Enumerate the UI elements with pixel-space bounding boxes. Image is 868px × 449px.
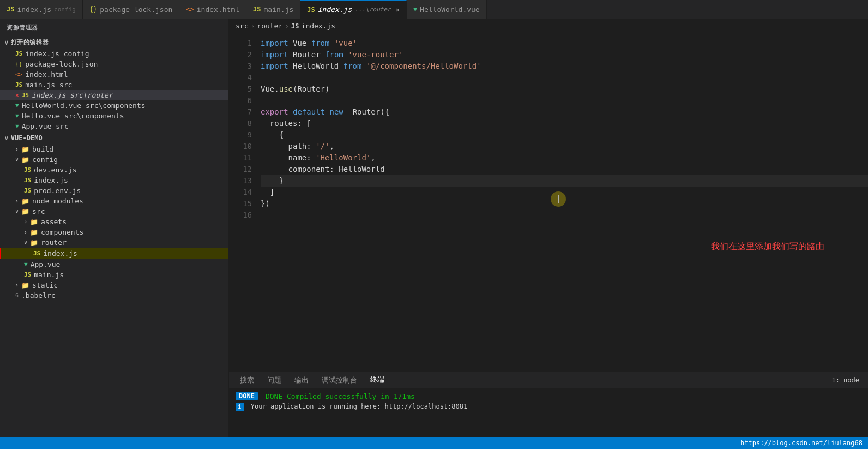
code-line-12: component: HelloWorld (261, 164, 868, 175)
tab-debug-console[interactable]: 调试控制台 (315, 372, 364, 388)
sidebar-header: 资源管理器 (0, 19, 228, 36)
code-line-10: path: '/', (261, 141, 868, 152)
tree-router-index[interactable]: JS index.js (0, 248, 228, 259)
tab-terminal[interactable]: 终端 (364, 372, 391, 388)
code-line-3: import HelloWorld from '@/components/Hel… (261, 61, 868, 72)
main-layout: 资源管理器 ∨ 打开的编辑器 JS index.js config {} pac… (0, 19, 868, 437)
folder-icon: 📁 (30, 229, 38, 236)
project-section[interactable]: ∨ VUE-DEMO (0, 131, 228, 144)
chevron-down-icon: ∨ (15, 208, 19, 214)
num-icon: 6 (15, 292, 19, 298)
tab-helloworld-vue[interactable]: ▼ HelloWorld.vue (407, 0, 487, 19)
tab-index-config[interactable]: JS index.js config (0, 0, 83, 19)
chevron-right-icon: › (15, 282, 19, 288)
tab-main-js[interactable]: JS main.js (246, 0, 300, 19)
close-icon[interactable]: ✕ (396, 6, 400, 14)
js-icon: JS (24, 271, 31, 278)
bottom-tab-group: 搜索 问题 输出 调试控制台 终端 (233, 372, 391, 388)
code-content[interactable]: import Vue from 'vue' import Router from… (256, 33, 868, 372)
open-editors-section[interactable]: ∨ 打开的编辑器 (0, 36, 228, 49)
open-file-index-html[interactable]: <> index.html (0, 69, 228, 80)
chevron-icon: ∨ (4, 38, 9, 46)
chevron-down-icon: ∨ (15, 157, 19, 163)
js-icon: JS (15, 50, 22, 57)
sep2: › (285, 22, 289, 30)
html-icon: <> (186, 5, 194, 13)
open-file-app-vue[interactable]: ▼ App.vue src (0, 121, 228, 131)
tab-package-lock[interactable]: {} package-lock.json (83, 0, 180, 19)
tree-app-vue[interactable]: ▼ App.vue (0, 259, 228, 270)
js-icon: JS (7, 5, 14, 13)
tab-output[interactable]: 输出 (288, 372, 315, 388)
breadcrumb: src › router › JS index.js (229, 19, 868, 33)
folder-icon: 📁 (21, 156, 29, 164)
tree-config-index[interactable]: JS index.js (0, 175, 228, 185)
sep1: › (250, 22, 255, 30)
tab-index-html[interactable]: <> index.html (179, 0, 246, 19)
terminal-line-2: i Your application is running here: http… (236, 403, 861, 410)
done-badge: DONE (236, 392, 258, 400)
code-line-1: import Vue from 'vue' (261, 38, 868, 49)
open-file-hello-vue[interactable]: ▼ Hello.vue src\components (0, 111, 228, 121)
tree-main-js[interactable]: JS main.js (0, 270, 228, 280)
terminal-line-1: DONE DONE Compiled successfully in 171ms (236, 392, 861, 400)
html-icon: <> (15, 71, 22, 78)
code-line-15: }) (261, 198, 868, 209)
chevron-icon: ∨ (4, 134, 9, 142)
tree-babelrc[interactable]: 6 .babelrc (0, 290, 228, 301)
chevron-right-icon: › (15, 146, 19, 152)
folder-icon: 📁 (21, 282, 29, 289)
js-icon-2: JS (253, 5, 261, 13)
folder-icon: 📁 (21, 146, 29, 153)
tree-build[interactable]: › 📁 build (0, 144, 228, 154)
js-icon: JS (24, 187, 31, 194)
json-icon: {} (89, 5, 97, 13)
tree-router[interactable]: ∨ 📁 router (0, 237, 228, 248)
breadcrumb-src: src (236, 22, 248, 30)
js-icon: JS (15, 81, 22, 88)
terminal-text-1: DONE Compiled successfully in 171ms (266, 392, 415, 400)
tree-config[interactable]: ∨ 📁 config (0, 154, 228, 165)
open-file-index-config[interactable]: JS index.js config (0, 49, 228, 59)
code-line-14: ] (261, 187, 868, 198)
open-file-package-lock[interactable]: {} package-lock.json (0, 59, 228, 69)
chevron-right-icon: › (24, 229, 27, 235)
breadcrumb-router: router (257, 22, 282, 30)
node-label: 1: node (827, 376, 864, 384)
tree-node-modules[interactable]: › 📁 node_modules (0, 196, 228, 206)
chevron-right-icon: › (24, 219, 27, 225)
js-icon-3: JS (307, 6, 315, 14)
chevron-down-icon: ∨ (24, 240, 27, 246)
code-line-7: export default new Router({ (261, 106, 868, 118)
tree-dev-env[interactable]: JS dev.env.js (0, 165, 228, 175)
js-icon: JS (291, 22, 299, 30)
bottom-tabs: 搜索 问题 输出 调试控制台 终端 (229, 372, 868, 388)
js-icon: JS (24, 166, 31, 173)
code-line-2: import Router from 'vue-router' (261, 49, 868, 61)
vue-icon: ▼ (413, 5, 417, 13)
open-file-main-js[interactable]: JS main.js src (0, 80, 228, 90)
code-line-6 (261, 95, 868, 106)
vue-icon: ▼ (15, 123, 19, 130)
tree-static[interactable]: › 📁 static (0, 280, 228, 290)
tree-src[interactable]: ∨ 📁 src (0, 206, 228, 217)
sidebar-content: ∨ 打开的编辑器 JS index.js config {} package-l… (0, 36, 228, 437)
tree-assets[interactable]: › 📁 assets (0, 217, 228, 227)
code-editor[interactable]: 1234 5678 9101112 13141516 import Vue fr… (229, 33, 868, 372)
folder-icon: 📁 (30, 218, 38, 226)
tab-search[interactable]: 搜索 (233, 372, 261, 388)
open-file-index-router[interactable]: ✕ JS index.js src\router (0, 90, 228, 100)
terminal-content[interactable]: DONE DONE Compiled successfully in 171ms… (229, 388, 868, 437)
code-line-4 (261, 72, 868, 83)
tree-components[interactable]: › 📁 components (0, 227, 228, 237)
code-line-11: name: 'HelloWorld', (261, 152, 868, 164)
tab-sublabel: config (54, 6, 76, 13)
tree-prod-env[interactable]: JS prod.env.js (0, 185, 228, 196)
folder-icon: 📁 (21, 197, 29, 205)
open-file-helloworld-vue[interactable]: ▼ HelloWorld.vue src\components (0, 100, 228, 111)
tab-router-sublabel: ...\router (354, 6, 390, 13)
bottom-panel: 搜索 问题 输出 调试控制台 终端 (229, 372, 868, 437)
json-icon: {} (15, 61, 22, 68)
tab-problems[interactable]: 问题 (261, 372, 288, 388)
tab-index-router[interactable]: JS index.js ...\router ✕ (300, 0, 407, 19)
